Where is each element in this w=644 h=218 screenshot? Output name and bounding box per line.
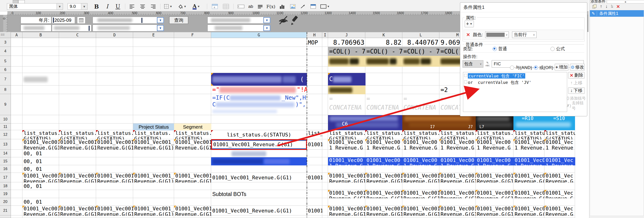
operator-select[interactable]: 包含 ∨ (462, 60, 483, 68)
cell-B12[interactable]: list_status.G(STATUS) (22, 130, 59, 139)
grid-cell-O18[interactable] (514, 182, 544, 190)
grid-cell-F10[interactable] (174, 115, 211, 123)
add-attribute-button[interactable]: +▼ (464, 20, 474, 27)
grid-cell-N14[interactable] (476, 150, 514, 157)
grid-cell-C14[interactable] (59, 150, 96, 157)
cell-P21[interactable]: 01001_VecRevenue.G (544, 206, 575, 216)
cell-L12[interactable]: list_status.G(STATUS) (402, 130, 440, 139)
grid-cell-F14[interactable] (174, 150, 211, 157)
grid-cell-D10[interactable] (96, 115, 133, 123)
row-header-13[interactable]: 13 (0, 139, 11, 150)
copy-icon[interactable] (592, 4, 597, 9)
cell-J13[interactable]: 01001_Vec001_Revenue.G (328, 139, 366, 150)
grid-cell-C4[interactable] (59, 47, 96, 56)
row-header-7[interactable]: 7 (0, 73, 11, 86)
cell-E11[interactable]: Project Status (133, 123, 174, 130)
grid-cell-K16[interactable] (365, 165, 402, 173)
grid-cell-E8[interactable] (133, 86, 174, 94)
grid-cell-F18[interactable] (174, 182, 211, 190)
cell-J8[interactable] (328, 86, 366, 94)
grid-cell-F4[interactable] (174, 47, 211, 56)
cell-K5[interactable] (365, 56, 402, 67)
grid-cell-E18[interactable] (133, 182, 174, 190)
grid-cell-I10[interactable] (322, 115, 328, 123)
grid-cell-Nx[interactable] (476, 215, 514, 218)
grid-cell-C5[interactable] (59, 56, 96, 67)
row-header-8[interactable]: 8 (0, 86, 11, 94)
grid-cell-I13[interactable] (322, 139, 328, 150)
cell-L4[interactable]: =COL() - 7 (402, 47, 440, 56)
cell-B7[interactable] (22, 73, 59, 86)
cell-P17[interactable]: 01001_VecRevenue.G (544, 173, 575, 182)
grid-cell-Px[interactable] (544, 215, 575, 218)
sheet-corner-grip[interactable]: ⠿⠿ (0, 32, 11, 38)
cell-F21[interactable]: 01001_Vec001_Revenue.G(G1) (174, 206, 211, 216)
grid-cell-H14[interactable] (307, 150, 322, 157)
grid-cell-F15[interactable] (174, 157, 211, 165)
type-formula-radio[interactable]: 公式 (550, 46, 565, 52)
row-header-9[interactable]: 9 (0, 94, 11, 115)
row-header-20[interactable]: 20 (0, 198, 11, 206)
cell-M17[interactable]: 01001_Vec001_Revenue.G(G1) (439, 173, 476, 182)
cell-E13[interactable]: 01001_Vec001_Revenue.G(G1) (133, 139, 174, 150)
cell-N15[interactable]: 01001_Vec001_Revenue.G (476, 157, 514, 165)
grid-cell-A9[interactable] (11, 94, 22, 115)
grid-cell-F3[interactable] (174, 38, 211, 47)
cell-O15[interactable]: 01001_Vec001_Revenue.G (514, 157, 545, 165)
grid-cell-H16[interactable] (307, 165, 322, 173)
grid-cell-H19[interactable] (307, 190, 322, 198)
merged-block-N10[interactable]: L7 (476, 115, 514, 130)
grid-cell-C20[interactable] (59, 198, 96, 206)
column-header-K[interactable]: K (365, 32, 402, 38)
grid-cell-B4[interactable] (22, 47, 59, 56)
cell-J19[interactable]: 01001_Vec001_Revenue.G(G1) (328, 190, 366, 198)
grid-cell-Kx[interactable] (365, 215, 402, 218)
grid-cell-M20[interactable] (439, 198, 476, 206)
column-header-G[interactable]: G (211, 32, 307, 38)
grid-cell-A6[interactable] (11, 67, 22, 73)
grid-cell-A12[interactable] (11, 130, 22, 139)
grid-cell-Hx[interactable] (307, 215, 322, 218)
grid-cell-D3[interactable] (96, 38, 133, 47)
cell-N17[interactable]: 01001_Vec001_Revenue.G(G1) (476, 173, 514, 182)
cell-H3[interactable]: MOP (307, 38, 322, 47)
grid-cell-G4[interactable] (211, 47, 307, 56)
grid-cell-H5[interactable] (307, 56, 322, 67)
cell-K4[interactable]: =COL() - 7 (365, 47, 402, 56)
row-header-15[interactable]: 15 (0, 157, 11, 165)
grid-cell-A13[interactable] (11, 139, 22, 150)
row-header-19[interactable]: 19 (0, 190, 11, 198)
grid-cell-A10[interactable] (11, 115, 22, 123)
cell-L15[interactable]: 01001_Vec001_Revenue.G (402, 157, 440, 165)
grid-cell-E16[interactable] (133, 165, 174, 173)
grid-cell-F7[interactable] (174, 73, 211, 86)
cell-K17[interactable]: 01001_Vec001_Revenue.G(G1) (365, 173, 402, 182)
cell-B14[interactable]: 00, 01 (22, 150, 59, 157)
grid-cell-I9[interactable] (322, 94, 328, 115)
cell-C12[interactable]: list_status.G(STATUS) (59, 130, 96, 139)
or-radio[interactable]: 或(OR) (534, 65, 553, 71)
grid-cell-I16[interactable] (322, 165, 328, 173)
modify-condition-button[interactable]: ⚙修改 (570, 64, 585, 71)
grid-cell-P14[interactable] (544, 150, 575, 157)
move-down-icon[interactable]: ↓ (606, 4, 608, 9)
row-header-12[interactable]: 12 (0, 130, 11, 139)
cell-O13[interactable]: 01001_Vec001_Revenue.G (514, 139, 545, 150)
cell-G15[interactable] (211, 157, 307, 165)
cell-B20[interactable]: 00, 01 (22, 198, 59, 206)
grid-cell-F6[interactable] (174, 67, 211, 73)
grid-cell-J18[interactable] (328, 182, 365, 190)
condition-item-0[interactable]: currentValue 包含 'FIC' (468, 73, 567, 79)
grid-cell-H6[interactable] (307, 67, 322, 73)
grid-cell-I14[interactable] (322, 150, 328, 157)
cell-P12[interactable]: list_status.G(STATUS) (544, 130, 575, 139)
grid-cell-A14[interactable] (11, 150, 22, 157)
cell-J17[interactable]: 01001_Vec001_Revenue.G(G1) (328, 173, 366, 182)
cell-N21[interactable]: 01001_Vec001_Revenue.G(G1) (476, 206, 514, 216)
grid-cell-A4[interactable] (11, 47, 22, 56)
grid-cell-H10[interactable] (307, 115, 322, 123)
type-normal-radio[interactable]: 普通 (492, 46, 507, 52)
grid-cell-K6[interactable] (365, 67, 402, 73)
condition-list[interactable]: currentValue 包含 'FIC'or currentValue 包含 … (463, 72, 567, 112)
cell-B17[interactable]: 01001_Vec001_Revenue.G(G1) (22, 173, 59, 182)
